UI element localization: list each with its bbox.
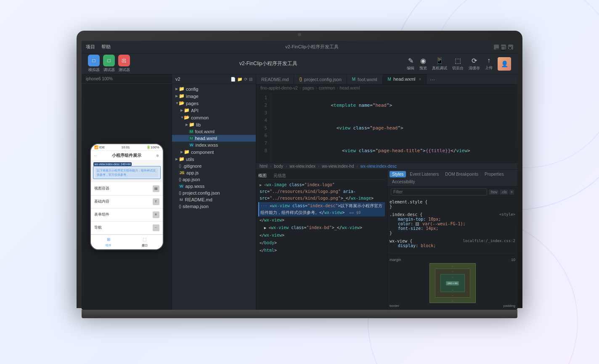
edit-label: 编辑: [407, 66, 414, 71]
window-minimize[interactable]: －: [494, 45, 499, 50]
line-numbers: 1 2 3 4 5 6 7 8: [256, 92, 271, 163]
phone-menu-item-4[interactable]: 导航 ···: [91, 222, 163, 235]
background-label: 切后台: [452, 66, 464, 71]
folder-api[interactable]: ▶ 📁 API: [172, 107, 256, 114]
element-style-close: }: [390, 204, 515, 209]
phone-nav-component[interactable]: ⊞ 组件: [91, 235, 127, 249]
head-wxml-close[interactable]: ×: [419, 77, 421, 82]
collapse-btn[interactable]: ⊟: [249, 77, 252, 82]
styles-tab-accessibility[interactable]: Accessibility: [390, 179, 417, 185]
box-model-margin-value: 10: [511, 258, 515, 262]
window-maximize[interactable]: □: [501, 45, 506, 50]
preview-icon: ◉: [420, 57, 426, 65]
file-index-wxss[interactable]: W index.wxss: [172, 142, 256, 148]
file-explorer-root: v2: [175, 76, 180, 82]
laptop: 项目 帮助 v2-FinClip小程序开发工具 － □ × □: [77, 31, 522, 333]
debugger-btn[interactable]: □ 调试器: [103, 55, 115, 73]
file-gitignore[interactable]: {} .gitignore: [172, 163, 256, 169]
devtools-tab-console[interactable]: 元信息: [273, 173, 286, 178]
folder-config[interactable]: ▶ 📁 config: [172, 85, 256, 92]
phone-menu-icon-1: ▤: [153, 185, 159, 192]
folder-utils[interactable]: ▶ 📁 utils: [172, 156, 256, 163]
breadcrumb-file: head.wxml: [340, 86, 360, 90]
device-debug-action[interactable]: 📱 真机调试: [432, 57, 447, 71]
user-avatar[interactable]: 👤: [498, 57, 511, 71]
styles-tab-properties[interactable]: Properties: [482, 171, 506, 177]
filter-hov-btn[interactable]: :hov: [489, 190, 498, 195]
file-app-wxss[interactable]: W app.wxss: [172, 183, 256, 190]
breadcrumb-common: common: [319, 86, 335, 90]
styles-rule-index-desc: .index-desc { <style> margin-top: 10px;: [390, 212, 515, 235]
simulator-panel: iphone6 100% 📶 IDE 10:01 🔋100% ···: [82, 74, 172, 310]
toolbar: □ 模拟器 □ 调试器 出 测试器 v2-FinClip小程序开发工具: [82, 53, 517, 74]
phone-menu-item-3[interactable]: 表单组件 ≡: [91, 208, 163, 222]
foot-wxml-tab-label: foot.wxml: [358, 77, 377, 82]
tab-foot-wxml[interactable]: M foot.wxml: [347, 75, 383, 84]
new-file-btn[interactable]: 📄: [231, 77, 236, 82]
phone-time: 10:01: [122, 145, 130, 149]
tab-readme[interactable]: README.md: [256, 75, 294, 84]
dom-line-6: </body>: [258, 239, 385, 247]
preview-action[interactable]: ◉ 预览: [419, 57, 427, 71]
app-title: v2-FinClip小程序开发工具: [111, 44, 513, 50]
background-action[interactable]: ⬚ 切后台: [452, 57, 464, 71]
simulator-btn[interactable]: □ 模拟器: [88, 55, 100, 73]
window-close[interactable]: ×: [508, 45, 513, 50]
filter-cls-btn[interactable]: .cls: [500, 190, 508, 195]
clear-cache-action[interactable]: ⟳ 清缓存: [469, 57, 480, 71]
menu-project[interactable]: 项目: [86, 44, 95, 50]
styles-tab-dom-breakpoints[interactable]: DOM Breakpoints: [443, 171, 481, 177]
phone-menu-item-2[interactable]: 基础内容 T: [91, 195, 163, 208]
code-content: 1 2 3 4 5 6 7 8: [256, 92, 517, 163]
dom-line-2[interactable]: ··· <wx-view class="index-desc">以下将展示小程序…: [258, 202, 385, 216]
editor-area: README.md {} project.config.json M foot.…: [256, 74, 517, 310]
styles-filter-input[interactable]: [391, 188, 487, 195]
tab-head-wxml[interactable]: M head.wxml ×: [383, 74, 427, 84]
upload-action[interactable]: ↑ 上传: [485, 57, 493, 71]
new-folder-btn[interactable]: 📁: [237, 77, 242, 82]
file-head-wxml[interactable]: M head.wxml: [172, 135, 256, 142]
file-sitemap-json[interactable]: {} sitemap.json: [172, 203, 256, 210]
folder-lib[interactable]: ▶ 📁 lib: [172, 121, 256, 128]
dom-line-1: ▶ <wx-image class="index-logo" src="../r…: [258, 181, 385, 202]
file-app-js[interactable]: JS app.js: [172, 169, 256, 176]
folder-image[interactable]: ▶ 📁 image: [172, 92, 256, 100]
border-bottom-label: -: [452, 294, 453, 297]
elem-wx-view-index[interactable]: wx-view.index: [289, 164, 315, 169]
elem-html[interactable]: html: [260, 164, 268, 169]
devtools-tab-elements[interactable]: 概图: [258, 173, 267, 178]
file-app-json[interactable]: {} app.json: [172, 176, 256, 183]
foot-wxml-icon: M: [352, 77, 355, 82]
phone-nav-interface[interactable]: ⬚ 接口: [127, 235, 163, 249]
index-desc-source[interactable]: <style>: [499, 212, 515, 217]
css-prop-margin-top: margin-top: 10px;: [390, 217, 515, 222]
folder-pages[interactable]: ▼ 📂 pages: [172, 100, 256, 107]
styles-tab-event-listeners[interactable]: Event Listeners: [407, 171, 441, 177]
styles-tab-styles[interactable]: Styles: [390, 171, 406, 177]
phone-content: wx-view.index-desc 240×44 以下将展示小程序官方组件能力…: [91, 161, 163, 182]
tab-project-config[interactable]: {} project.config.json: [294, 75, 347, 84]
elem-wx-view-desc[interactable]: wx-view.index-desc: [360, 164, 397, 169]
more-tabs-btn[interactable]: ···: [427, 76, 438, 83]
file-explorer-actions: 📄 📁 ⟳ ⊟: [231, 77, 252, 82]
filter-add-btn[interactable]: +: [509, 190, 514, 195]
css-prop-color: color: var(--weui-FG-1);: [390, 222, 515, 226]
code-lines[interactable]: <template name="head"> <view class="page…: [271, 92, 517, 163]
dom-line-4: ▶ <wx-view class="index-bd">_</wx-view>: [258, 224, 385, 232]
menu-help[interactable]: 帮助: [101, 44, 111, 50]
folder-common[interactable]: ▼ 📂 common: [172, 114, 256, 121]
refresh-btn[interactable]: ⟳: [244, 77, 247, 82]
simulator-header: iphone6 100%: [82, 74, 172, 84]
file-foot-wxml[interactable]: M foot.wxml: [172, 128, 256, 135]
elem-body[interactable]: body: [274, 164, 283, 169]
tester-btn[interactable]: 出 测试器: [118, 55, 130, 73]
elem-wx-view-hd[interactable]: wx-view.index-hd: [322, 164, 354, 169]
file-project-config[interactable]: {} project.config.json: [172, 190, 256, 196]
phone-menu-item-1[interactable]: 视图容器 ▤: [91, 182, 163, 195]
phone-menu-icon-4: ···: [153, 224, 159, 231]
wx-view-source[interactable]: localfile:/_index.css:2: [463, 239, 515, 243]
file-readme[interactable]: M README.md: [172, 196, 256, 203]
folder-component[interactable]: ▶ 📁 component: [172, 148, 256, 156]
component-nav-label: 组件: [106, 243, 111, 248]
edit-action[interactable]: ✎ 编辑: [407, 57, 414, 71]
